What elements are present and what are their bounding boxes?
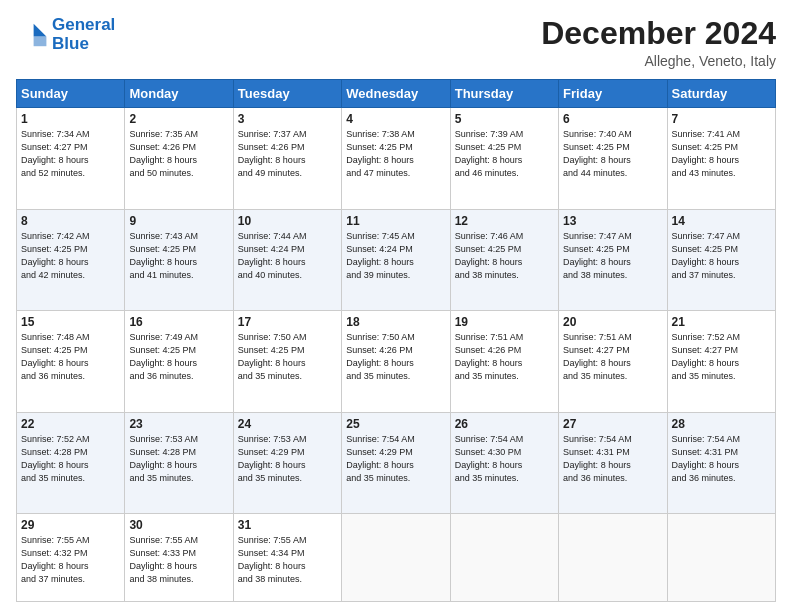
cell-info: Sunrise: 7:35 AMSunset: 4:26 PMDaylight:…: [129, 128, 228, 180]
day-header-friday: Friday: [559, 80, 667, 108]
header: General Blue December 2024 Alleghe, Vene…: [16, 16, 776, 69]
cell-info: Sunrise: 7:40 AMSunset: 4:25 PMDaylight:…: [563, 128, 662, 180]
logo: General Blue: [16, 16, 115, 53]
calendar-cell: 31Sunrise: 7:55 AMSunset: 4:34 PMDayligh…: [233, 514, 341, 602]
day-number: 5: [455, 112, 554, 126]
calendar-table: SundayMondayTuesdayWednesdayThursdayFrid…: [16, 79, 776, 602]
day-number: 18: [346, 315, 445, 329]
day-header-saturday: Saturday: [667, 80, 775, 108]
day-number: 20: [563, 315, 662, 329]
calendar-cell: [667, 514, 775, 602]
cell-info: Sunrise: 7:47 AMSunset: 4:25 PMDaylight:…: [563, 230, 662, 282]
day-number: 29: [21, 518, 120, 532]
day-header-thursday: Thursday: [450, 80, 558, 108]
calendar-cell: 4Sunrise: 7:38 AMSunset: 4:25 PMDaylight…: [342, 108, 450, 209]
day-number: 9: [129, 214, 228, 228]
location: Alleghe, Veneto, Italy: [541, 53, 776, 69]
calendar-cell: 1Sunrise: 7:34 AMSunset: 4:27 PMDaylight…: [17, 108, 125, 209]
day-number: 2: [129, 112, 228, 126]
calendar-cell: 8Sunrise: 7:42 AMSunset: 4:25 PMDaylight…: [17, 209, 125, 310]
cell-info: Sunrise: 7:52 AMSunset: 4:27 PMDaylight:…: [672, 331, 771, 383]
calendar-cell: 3Sunrise: 7:37 AMSunset: 4:26 PMDaylight…: [233, 108, 341, 209]
month-title: December 2024: [541, 16, 776, 51]
calendar-cell: 19Sunrise: 7:51 AMSunset: 4:26 PMDayligh…: [450, 311, 558, 412]
cell-info: Sunrise: 7:54 AMSunset: 4:31 PMDaylight:…: [672, 433, 771, 485]
calendar-cell: 24Sunrise: 7:53 AMSunset: 4:29 PMDayligh…: [233, 412, 341, 513]
cell-info: Sunrise: 7:50 AMSunset: 4:26 PMDaylight:…: [346, 331, 445, 383]
cell-info: Sunrise: 7:55 AMSunset: 4:33 PMDaylight:…: [129, 534, 228, 586]
cell-info: Sunrise: 7:39 AMSunset: 4:25 PMDaylight:…: [455, 128, 554, 180]
day-header-sunday: Sunday: [17, 80, 125, 108]
calendar-cell: 18Sunrise: 7:50 AMSunset: 4:26 PMDayligh…: [342, 311, 450, 412]
calendar-cell: 28Sunrise: 7:54 AMSunset: 4:31 PMDayligh…: [667, 412, 775, 513]
cell-info: Sunrise: 7:51 AMSunset: 4:26 PMDaylight:…: [455, 331, 554, 383]
cell-info: Sunrise: 7:47 AMSunset: 4:25 PMDaylight:…: [672, 230, 771, 282]
calendar-cell: 6Sunrise: 7:40 AMSunset: 4:25 PMDaylight…: [559, 108, 667, 209]
day-number: 13: [563, 214, 662, 228]
cell-info: Sunrise: 7:54 AMSunset: 4:29 PMDaylight:…: [346, 433, 445, 485]
cell-info: Sunrise: 7:54 AMSunset: 4:31 PMDaylight:…: [563, 433, 662, 485]
calendar-cell: 20Sunrise: 7:51 AMSunset: 4:27 PMDayligh…: [559, 311, 667, 412]
cell-info: Sunrise: 7:42 AMSunset: 4:25 PMDaylight:…: [21, 230, 120, 282]
cell-info: Sunrise: 7:43 AMSunset: 4:25 PMDaylight:…: [129, 230, 228, 282]
calendar-cell: 13Sunrise: 7:47 AMSunset: 4:25 PMDayligh…: [559, 209, 667, 310]
day-number: 30: [129, 518, 228, 532]
calendar-cell: 21Sunrise: 7:52 AMSunset: 4:27 PMDayligh…: [667, 311, 775, 412]
day-header-tuesday: Tuesday: [233, 80, 341, 108]
calendar-cell: 30Sunrise: 7:55 AMSunset: 4:33 PMDayligh…: [125, 514, 233, 602]
calendar-cell: [342, 514, 450, 602]
cell-info: Sunrise: 7:45 AMSunset: 4:24 PMDaylight:…: [346, 230, 445, 282]
calendar-cell: 17Sunrise: 7:50 AMSunset: 4:25 PMDayligh…: [233, 311, 341, 412]
cell-info: Sunrise: 7:53 AMSunset: 4:28 PMDaylight:…: [129, 433, 228, 485]
logo-blue: Blue: [52, 35, 115, 54]
cell-info: Sunrise: 7:50 AMSunset: 4:25 PMDaylight:…: [238, 331, 337, 383]
day-number: 25: [346, 417, 445, 431]
cell-info: Sunrise: 7:48 AMSunset: 4:25 PMDaylight:…: [21, 331, 120, 383]
logo-icon: [16, 19, 48, 51]
calendar-cell: 11Sunrise: 7:45 AMSunset: 4:24 PMDayligh…: [342, 209, 450, 310]
day-number: 7: [672, 112, 771, 126]
day-number: 3: [238, 112, 337, 126]
calendar-cell: 23Sunrise: 7:53 AMSunset: 4:28 PMDayligh…: [125, 412, 233, 513]
cell-info: Sunrise: 7:46 AMSunset: 4:25 PMDaylight:…: [455, 230, 554, 282]
day-number: 31: [238, 518, 337, 532]
logo-text: General Blue: [52, 16, 115, 53]
day-number: 14: [672, 214, 771, 228]
day-number: 6: [563, 112, 662, 126]
calendar-cell: 2Sunrise: 7:35 AMSunset: 4:26 PMDaylight…: [125, 108, 233, 209]
cell-info: Sunrise: 7:34 AMSunset: 4:27 PMDaylight:…: [21, 128, 120, 180]
day-header-wednesday: Wednesday: [342, 80, 450, 108]
day-number: 10: [238, 214, 337, 228]
cell-info: Sunrise: 7:51 AMSunset: 4:27 PMDaylight:…: [563, 331, 662, 383]
day-number: 8: [21, 214, 120, 228]
day-header-monday: Monday: [125, 80, 233, 108]
svg-marker-0: [34, 23, 47, 36]
day-number: 4: [346, 112, 445, 126]
cell-info: Sunrise: 7:41 AMSunset: 4:25 PMDaylight:…: [672, 128, 771, 180]
cell-info: Sunrise: 7:38 AMSunset: 4:25 PMDaylight:…: [346, 128, 445, 180]
day-number: 24: [238, 417, 337, 431]
calendar-cell: 22Sunrise: 7:52 AMSunset: 4:28 PMDayligh…: [17, 412, 125, 513]
calendar-cell: [450, 514, 558, 602]
cell-info: Sunrise: 7:53 AMSunset: 4:29 PMDaylight:…: [238, 433, 337, 485]
day-number: 11: [346, 214, 445, 228]
calendar-cell: 15Sunrise: 7:48 AMSunset: 4:25 PMDayligh…: [17, 311, 125, 412]
day-number: 26: [455, 417, 554, 431]
logo-general: General: [52, 15, 115, 34]
calendar-cell: 16Sunrise: 7:49 AMSunset: 4:25 PMDayligh…: [125, 311, 233, 412]
calendar-cell: 9Sunrise: 7:43 AMSunset: 4:25 PMDaylight…: [125, 209, 233, 310]
day-number: 19: [455, 315, 554, 329]
cell-info: Sunrise: 7:49 AMSunset: 4:25 PMDaylight:…: [129, 331, 228, 383]
day-number: 17: [238, 315, 337, 329]
calendar-cell: 12Sunrise: 7:46 AMSunset: 4:25 PMDayligh…: [450, 209, 558, 310]
title-block: December 2024 Alleghe, Veneto, Italy: [541, 16, 776, 69]
calendar-cell: 5Sunrise: 7:39 AMSunset: 4:25 PMDaylight…: [450, 108, 558, 209]
calendar-cell: 29Sunrise: 7:55 AMSunset: 4:32 PMDayligh…: [17, 514, 125, 602]
cell-info: Sunrise: 7:37 AMSunset: 4:26 PMDaylight:…: [238, 128, 337, 180]
calendar-cell: [559, 514, 667, 602]
day-number: 1: [21, 112, 120, 126]
day-number: 15: [21, 315, 120, 329]
cell-info: Sunrise: 7:52 AMSunset: 4:28 PMDaylight:…: [21, 433, 120, 485]
cell-info: Sunrise: 7:54 AMSunset: 4:30 PMDaylight:…: [455, 433, 554, 485]
cell-info: Sunrise: 7:55 AMSunset: 4:32 PMDaylight:…: [21, 534, 120, 586]
